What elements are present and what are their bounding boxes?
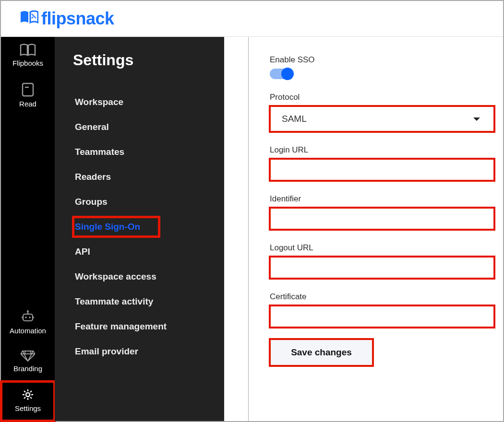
settings-item-api[interactable]: API	[73, 242, 97, 262]
nav-read[interactable]: Read	[1, 76, 55, 117]
settings-title: Settings	[73, 51, 224, 69]
settings-subnav-panel: Settings Workspace General Teammates Rea…	[55, 37, 224, 421]
nav-flipbooks-label: Flipbooks	[3, 59, 53, 67]
certificate-input[interactable]	[270, 305, 494, 328]
save-changes-button[interactable]: Save changes	[270, 339, 373, 366]
settings-item-workspace-access[interactable]: Workspace access	[73, 267, 163, 287]
book-open-icon	[3, 44, 53, 56]
settings-item-email-provider[interactable]: Email provider	[73, 341, 145, 362]
chevron-down-icon	[473, 114, 480, 124]
svg-rect-2	[23, 314, 33, 321]
settings-item-workspace[interactable]: Workspace	[73, 92, 130, 112]
svg-point-6	[27, 310, 29, 312]
nav-branding-label: Branding	[3, 364, 53, 373]
logout-url-label: Logout URL	[270, 243, 494, 253]
enable-sso-toggle[interactable]	[270, 69, 293, 79]
brand-logo: flipsnack	[20, 9, 114, 29]
nav-flipbooks[interactable]: Flipbooks	[1, 37, 55, 76]
settings-item-teammate-activity[interactable]: Teammate activity	[73, 292, 160, 312]
robot-icon	[3, 310, 53, 324]
settings-item-readers[interactable]: Readers	[73, 167, 118, 187]
nav-settings[interactable]: Settings	[1, 381, 55, 421]
book-icon	[20, 9, 41, 29]
settings-item-teammates[interactable]: Teammates	[73, 142, 131, 162]
gear-icon	[3, 388, 53, 401]
login-url-input[interactable]	[270, 159, 494, 181]
enable-sso-label: Enable SSO	[270, 55, 494, 65]
primary-nav-rail: Flipbooks Read Automation	[1, 37, 55, 421]
identifier-block: Identifier	[270, 194, 494, 230]
main-content: Enable SSO Protocol SAML Login U	[224, 37, 503, 421]
svg-point-3	[25, 316, 27, 318]
certificate-block: Certificate	[270, 292, 494, 328]
top-header: flipsnack	[1, 1, 503, 37]
nav-branding[interactable]: Branding	[1, 343, 55, 381]
toggle-knob-icon	[281, 68, 294, 80]
protocol-value: SAML	[282, 114, 307, 124]
identifier-input[interactable]	[270, 208, 494, 230]
document-icon	[3, 82, 53, 97]
login-url-block: Login URL	[270, 145, 494, 181]
settings-item-feature-management[interactable]: Feature management	[73, 316, 173, 337]
brand-name: flipsnack	[41, 9, 114, 29]
enable-sso-block: Enable SSO	[270, 55, 494, 79]
protocol-select[interactable]: SAML	[270, 106, 494, 132]
diamond-icon	[3, 350, 53, 362]
certificate-label: Certificate	[270, 292, 494, 302]
settings-list: Workspace General Teammates Readers Grou…	[73, 92, 224, 362]
settings-item-sso[interactable]: Single Sign-On	[73, 217, 159, 237]
nav-automation[interactable]: Automation	[1, 304, 55, 343]
svg-point-9	[26, 393, 30, 397]
svg-rect-0	[23, 83, 33, 96]
logout-url-block: Logout URL	[270, 243, 494, 279]
body: Flipbooks Read Automation	[1, 37, 503, 421]
svg-point-4	[29, 316, 31, 318]
settings-item-general[interactable]: General	[73, 117, 116, 137]
protocol-block: Protocol SAML	[270, 93, 494, 132]
nav-settings-label: Settings	[3, 404, 53, 412]
logout-url-input[interactable]	[270, 257, 494, 279]
protocol-label: Protocol	[270, 93, 494, 102]
settings-item-groups[interactable]: Groups	[73, 192, 114, 212]
nav-automation-label: Automation	[3, 327, 53, 335]
login-url-label: Login URL	[270, 145, 494, 155]
identifier-label: Identifier	[270, 194, 494, 204]
nav-read-label: Read	[3, 100, 53, 108]
app-frame: flipsnack Flipbooks Read	[0, 0, 504, 422]
